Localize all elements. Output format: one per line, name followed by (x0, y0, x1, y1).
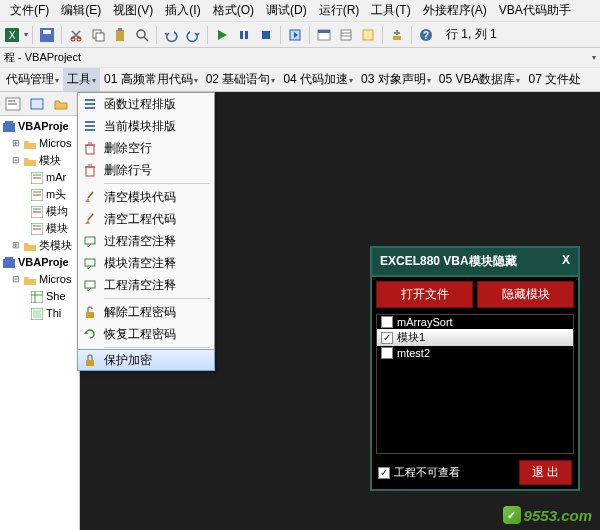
find-icon[interactable] (132, 25, 152, 45)
svg-point-10 (137, 30, 145, 38)
dd-restore-password[interactable]: 恢复工程密码 (78, 323, 214, 345)
expand-icon[interactable]: ⊞ (12, 135, 21, 152)
copy-icon[interactable] (88, 25, 108, 45)
collapse-icon[interactable]: ⊟ (12, 152, 21, 169)
toggle-folders-icon[interactable] (50, 94, 72, 114)
open-file-button[interactable]: 打开文件 (376, 281, 473, 308)
properties-icon[interactable] (336, 25, 356, 45)
undo-icon[interactable] (161, 25, 181, 45)
hide-module-button[interactable]: 隐藏模块 (477, 281, 574, 308)
tree-module-item[interactable]: m头 (2, 186, 77, 203)
object-browser-icon[interactable] (358, 25, 378, 45)
dd-protect-encrypt[interactable]: 保护加密 (77, 349, 215, 371)
watermark: ✓ 9553.com (503, 506, 592, 524)
separator (156, 26, 157, 44)
menu-view[interactable]: 视图(V) (107, 0, 159, 21)
tree-module-item[interactable]: mAr (2, 169, 77, 186)
tab-02-basic[interactable]: 02 基础语句▾ (202, 68, 280, 91)
dd-format-function[interactable]: 函数过程排版 (78, 93, 214, 115)
checkbox[interactable]: ✓ (381, 332, 393, 344)
view-code-icon[interactable] (2, 94, 24, 114)
project-explorer-icon[interactable] (314, 25, 334, 45)
module-list[interactable]: mArraySort ✓ 模块1 mtest2 (376, 314, 574, 454)
svg-rect-69 (86, 312, 94, 318)
tree-project1[interactable]: VBAProje (2, 118, 77, 135)
reset-icon[interactable] (256, 25, 276, 45)
tree-module-item[interactable]: 模均 (2, 203, 77, 220)
paste-icon[interactable] (110, 25, 130, 45)
watermark-logo: ✓ (503, 506, 521, 524)
design-mode-icon[interactable] (285, 25, 305, 45)
menu-run[interactable]: 运行(R) (313, 0, 366, 21)
menu-vba-helper[interactable]: VBA代码助手 (493, 0, 577, 21)
expand-icon[interactable]: ⊞ (12, 237, 21, 254)
tree-sheet[interactable]: She (2, 288, 77, 305)
tab-04-accel[interactable]: 04 代码加速▾ (279, 68, 357, 91)
save-icon[interactable] (37, 25, 57, 45)
menu-addins[interactable]: 外接程序(A) (417, 0, 493, 21)
tab-07-file[interactable]: 07 文件处 (524, 68, 585, 91)
menu-tools[interactable]: 工具(T) (365, 0, 416, 21)
tab-code-manage[interactable]: 代码管理▾ (2, 68, 63, 91)
panel-title: EXCEL880 VBA模块隐藏 (380, 253, 517, 270)
list-item-label: mtest2 (397, 347, 430, 359)
toolbox-icon[interactable] (387, 25, 407, 45)
dd-label: 过程清空注释 (104, 233, 208, 250)
separator (207, 26, 208, 44)
close-button[interactable]: X (562, 253, 570, 270)
checkbox[interactable] (381, 347, 393, 359)
dd-unlock-password[interactable]: 解除工程密码 (78, 301, 214, 323)
tree-class-modules[interactable]: ⊞ 类模块 (2, 237, 77, 254)
checkbox[interactable]: ✓ (378, 467, 390, 479)
dd-clear-module[interactable]: 清空模块代码 (78, 186, 214, 208)
tree-module-item[interactable]: 模块 (2, 220, 77, 237)
window-title: 程 - VBAProject ▾ (0, 48, 600, 68)
tree-microsoft1[interactable]: ⊞ Micros (2, 135, 77, 152)
redo-icon[interactable] (183, 25, 203, 45)
tab-05-db[interactable]: 05 VBA数据库▾ (435, 68, 525, 91)
dd-clear-project[interactable]: 清空工程代码 (78, 208, 214, 230)
help-icon[interactable]: ? (416, 25, 436, 45)
tab-01-common[interactable]: 01 高频常用代码▾ (100, 68, 202, 91)
tree-project2[interactable]: VBAProje (2, 254, 77, 271)
panel-titlebar[interactable]: EXCEL880 VBA模块隐藏 X (372, 248, 578, 277)
run-icon[interactable] (212, 25, 232, 45)
dd-clear-mod-comment[interactable]: 模块清空注释 (78, 252, 214, 274)
dd-delete-blank[interactable]: 删除空行 (78, 137, 214, 159)
dd-label: 保护加密 (104, 352, 208, 369)
list-item[interactable]: mArraySort (377, 315, 573, 329)
tree-microsoft2[interactable]: ⊟ Micros (2, 271, 77, 288)
vba-project-icon (2, 256, 16, 270)
menu-format[interactable]: 格式(O) (207, 0, 260, 21)
svg-rect-19 (318, 30, 330, 33)
tree-modules[interactable]: ⊟ 模块 (2, 152, 77, 169)
break-icon[interactable] (234, 25, 254, 45)
menu-file[interactable]: 文件(F) (4, 0, 55, 21)
list-item[interactable]: mtest2 (377, 346, 573, 360)
dd-label: 工程清空注释 (104, 277, 208, 294)
cut-icon[interactable] (66, 25, 86, 45)
collapse-icon[interactable]: ⊟ (12, 271, 21, 288)
pe-toolbar (0, 92, 79, 116)
tab-tools[interactable]: 工具▾ (63, 68, 100, 91)
svg-line-64 (88, 192, 93, 198)
tab-03-object[interactable]: 03 对象声明▾ (357, 68, 435, 91)
dd-format-module[interactable]: 当前模块排版 (78, 115, 214, 137)
dd-clear-proc-comment[interactable]: 过程清空注释 (78, 230, 214, 252)
cursor-position: 行 1, 列 1 (446, 26, 497, 43)
dd-delete-lineno[interactable]: 删除行号 (78, 159, 214, 181)
menu-debug[interactable]: 调试(D) (260, 0, 313, 21)
list-item[interactable]: ✓ 模块1 (377, 329, 573, 346)
list-icon (82, 118, 98, 134)
project-not-viewable-check[interactable]: ✓ 工程不可查看 (378, 465, 460, 480)
checkbox[interactable] (381, 316, 393, 328)
menu-edit[interactable]: 编辑(E) (55, 0, 107, 21)
tree-workbook[interactable]: Thi (2, 305, 77, 322)
tree-label: m头 (46, 186, 66, 203)
view-object-icon[interactable] (26, 94, 48, 114)
exit-button[interactable]: 退 出 (519, 460, 572, 485)
dd-clear-proj-comment[interactable]: 工程清空注释 (78, 274, 214, 296)
tree-label: 类模块 (39, 237, 72, 254)
menu-insert[interactable]: 插入(I) (159, 0, 206, 21)
excel-icon[interactable]: X (2, 25, 22, 45)
